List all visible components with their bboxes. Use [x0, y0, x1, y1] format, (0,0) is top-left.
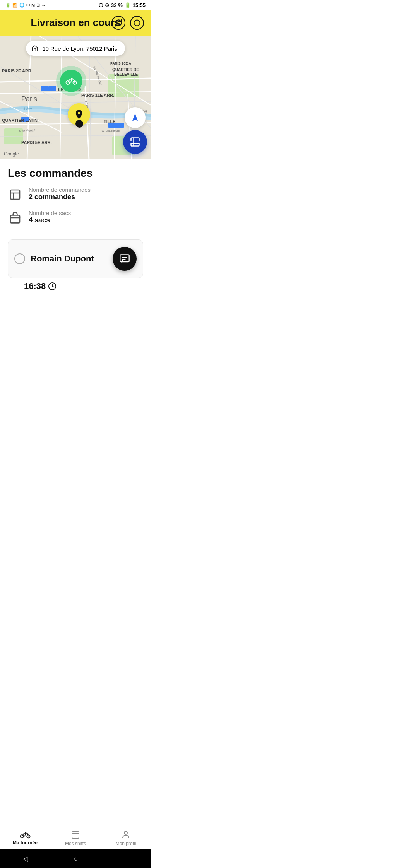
bike-icon: [65, 77, 77, 85]
time-preview: 16:38: [8, 281, 143, 291]
order-left: Romain Dupont: [14, 253, 94, 264]
svg-text:QUARTIER LATIN: QUARTIER LATIN: [2, 118, 38, 123]
svg-text:Google: Google: [4, 151, 19, 157]
svg-text:TILLE: TILLE: [104, 119, 116, 124]
gmail-icon: M: [31, 3, 35, 8]
status-right: ⬡ ⊙ 32 % 🔋 15:55: [99, 2, 146, 8]
more-icon: ···: [41, 3, 45, 8]
svg-text:PARIS 20E A: PARIS 20E A: [110, 62, 132, 65]
svg-text:PARIS 2E ARR.: PARIS 2E ARR.: [2, 68, 33, 73]
status-bar: 🔋 📶 🌐 ✉ M ⊞ ··· ⬡ ⊙ 32 % 🔋 15:55: [0, 0, 151, 10]
refresh-button[interactable]: [111, 16, 125, 30]
address-pill: 10 Rue de Lyon, 75012 Paris: [26, 41, 125, 56]
svg-rect-56: [120, 255, 129, 262]
app-icon: ⊞: [36, 3, 40, 8]
sacs-label: Nombre de sacs: [29, 210, 71, 216]
section-title: Les commandes: [8, 167, 143, 179]
svg-rect-54: [10, 215, 20, 223]
battery-indicator: 🔋: [125, 2, 131, 8]
wifi-icon: 📶: [12, 3, 18, 8]
navigate-icon: [131, 113, 139, 122]
direction-button[interactable]: [125, 107, 146, 128]
content-section: Les commandes Nombre de commandes 2 comm…: [0, 159, 151, 291]
svg-text:BELLEVILLE: BELLEVILLE: [114, 72, 138, 77]
order-name: Romain Dupont: [31, 254, 94, 264]
svg-rect-51: [10, 190, 20, 199]
route-icon: [130, 137, 140, 147]
chat-icon: [119, 253, 130, 264]
svg-point-49: [71, 78, 73, 80]
commandes-text: Nombre de commandes 2 commandes: [29, 186, 91, 201]
battery-icon: 🔋: [5, 3, 11, 8]
svg-rect-23: [41, 86, 48, 91]
bike-marker: [60, 70, 82, 92]
battery-percent: 32 %: [111, 2, 123, 8]
signal-icon: 🌐: [19, 3, 25, 8]
commandes-row: Nombre de commandes 2 commandes: [8, 186, 143, 202]
sacs-row: Nombre de sacs 4 sacs: [8, 210, 143, 225]
header: Livraison en cours: [0, 10, 151, 36]
commandes-value: 2 commandes: [29, 193, 91, 201]
status-left: 🔋 📶 🌐 ✉ M ⊞ ···: [5, 3, 45, 8]
map[interactable]: PARIS 2E ARR. QUARTIER DE BELLEVILLE PAR…: [0, 36, 151, 159]
address-text: 10 Rue de Lyon, 75012 Paris: [42, 45, 117, 52]
commandes-label: Nombre de commandes: [29, 186, 91, 193]
clock: 15:55: [133, 2, 146, 8]
sacs-value: 4 sacs: [29, 216, 71, 224]
commandes-icon: [8, 187, 22, 202]
mail-icon: ✉: [26, 3, 30, 8]
svg-rect-24: [48, 86, 56, 91]
header-actions: [111, 16, 144, 30]
navigation-fab[interactable]: [123, 130, 147, 154]
sacs-text: Nombre de sacs 4 sacs: [29, 210, 71, 224]
svg-text:QUARTIER DE: QUARTIER DE: [112, 68, 139, 72]
divider: [8, 233, 143, 233]
svg-point-50: [78, 112, 80, 114]
order-radio[interactable]: [14, 253, 25, 264]
clock-icon: [48, 282, 57, 290]
time-value: 16:38: [24, 281, 46, 291]
svg-text:Av. Daumesnil: Av. Daumesnil: [101, 129, 120, 132]
svg-text:PARIS 11E ARR.: PARIS 11E ARR.: [81, 93, 114, 97]
location-icon: ⊙: [105, 2, 109, 8]
bluetooth-icon: ⬡: [99, 2, 103, 8]
sacs-icon: [8, 210, 22, 225]
current-position-dot: [75, 120, 83, 128]
page-title: Livraison en cours: [31, 17, 120, 29]
svg-text:PARIS 5E ARR.: PARIS 5E ARR.: [21, 140, 52, 145]
order-card[interactable]: Romain Dupont: [8, 239, 143, 278]
info-button[interactable]: [130, 16, 144, 30]
svg-text:Seine: Seine: [23, 106, 32, 111]
svg-text:Paris: Paris: [21, 95, 37, 103]
svg-rect-26: [116, 123, 124, 128]
home-icon: [31, 45, 38, 52]
location-icon: [74, 109, 84, 120]
chat-button[interactable]: [113, 247, 137, 271]
